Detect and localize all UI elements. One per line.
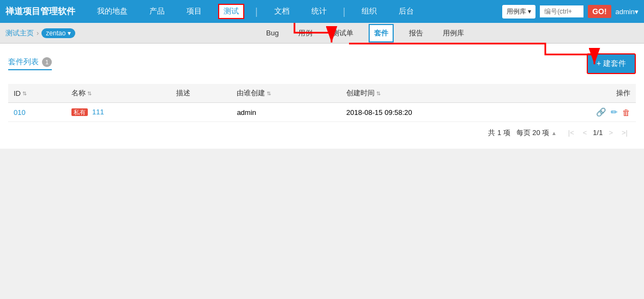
breadcrumb-tag[interactable]: zentao ▾ xyxy=(41,28,75,38)
edit-icon[interactable]: ✏ xyxy=(611,107,618,117)
dropdown-icon: ▾ xyxy=(528,8,531,15)
nav-test[interactable]: 测试 xyxy=(218,4,244,19)
page-first-btn[interactable]: |< xyxy=(565,127,577,138)
col-createtime: 创建时间 ⇅ xyxy=(341,84,526,103)
table-row: 010 私有 111 admin 2018-08-15 09:58:20 🔗 ✏… xyxy=(8,103,636,122)
nav-separator-1: | xyxy=(255,6,258,17)
nav-admin[interactable]: 后台 xyxy=(393,4,419,19)
nav-stats[interactable]: 统计 xyxy=(306,4,332,19)
sort-createtime-icon: ⇅ xyxy=(376,90,381,96)
col-name: 名称 ⇅ xyxy=(66,84,171,103)
delete-icon[interactable]: 🗑 xyxy=(622,108,630,117)
nav-separator-2: | xyxy=(343,6,346,17)
nav-product[interactable]: 产品 xyxy=(144,4,170,19)
suite-title-text: 套件列表 xyxy=(8,57,39,67)
row-id: 010 xyxy=(8,103,66,122)
sort-name-icon: ⇅ xyxy=(87,90,92,96)
breadcrumb-home[interactable]: 测试主页 xyxy=(5,28,34,38)
row-creator: admin xyxy=(231,103,341,122)
top-right-section: 用例库 ▾ GO! admin▾ xyxy=(502,5,639,19)
row-createtime: 2018-08-15 09:58:20 xyxy=(341,103,526,122)
link-icon[interactable]: 🔗 xyxy=(596,107,606,117)
page-prev-btn[interactable]: < xyxy=(580,127,590,138)
breadcrumb-tag-dropdown: ▾ xyxy=(68,29,71,37)
breadcrumb-tag-label: zentao xyxy=(46,29,65,37)
sort-id-icon: ⇅ xyxy=(22,90,27,96)
per-page-icon[interactable]: ▲ xyxy=(551,130,557,136)
code-input[interactable] xyxy=(540,5,583,17)
table-body: 010 私有 111 admin 2018-08-15 09:58:20 🔗 ✏… xyxy=(8,103,636,122)
sub-nav-items: Bug 用例 测试单 套件 报告 用例库 xyxy=(92,24,639,42)
breadcrumb-arrow: › xyxy=(37,29,39,37)
col-id: ID ⇅ xyxy=(8,84,66,103)
sub-nav-caselib[interactable]: 用例库 xyxy=(438,25,468,41)
top-navigation: 禅道项目管理软件 我的地盘 产品 项目 测试 | 文档 统计 | 组织 后台 用… xyxy=(0,0,644,23)
row-desc xyxy=(171,103,231,122)
main-content: 套件列表 1 + 建套件 ID ⇅ 名称 ⇅ 描述 xyxy=(0,44,644,149)
sub-nav-report[interactable]: 报告 xyxy=(405,25,428,41)
col-name-sortable[interactable]: 名称 ⇅ xyxy=(71,88,92,98)
pagination: 共 1 项 每页 20 项 ▲ |< < 1/1 > >| xyxy=(8,122,636,143)
sub-navigation: 测试主页 › zentao ▾ Bug 用例 测试单 套件 报告 用例库 xyxy=(0,23,644,44)
row-actions: 🔗 ✏ 🗑 xyxy=(526,103,636,122)
col-createtime-sortable[interactable]: 创建时间 ⇅ xyxy=(346,88,381,98)
use-case-button[interactable]: 用例库 ▾ xyxy=(502,5,535,19)
app-logo: 禅道项目管理软件 xyxy=(5,6,75,17)
nav-my-disk[interactable]: 我的地盘 xyxy=(92,4,133,19)
suite-title: 套件列表 1 xyxy=(8,57,52,70)
sub-nav-usecase[interactable]: 用例 xyxy=(294,25,317,41)
suite-count: 1 xyxy=(42,57,52,67)
nav-org[interactable]: 组织 xyxy=(356,4,382,19)
sort-creator-icon: ⇅ xyxy=(267,90,271,96)
create-suite-button[interactable]: + 建套件 xyxy=(587,53,636,74)
nav-doc[interactable]: 文档 xyxy=(269,4,295,19)
sub-nav-testplan[interactable]: 测试单 xyxy=(328,25,358,41)
table-header: ID ⇅ 名称 ⇅ 描述 由谁创建 ⇅ xyxy=(8,84,636,103)
col-desc: 描述 xyxy=(171,84,231,103)
total-info: 共 1 项 每页 20 项 ▲ xyxy=(488,128,557,138)
use-case-label: 用例库 xyxy=(507,7,526,16)
page-current: 1/1 xyxy=(593,129,603,137)
col-creator: 由谁创建 ⇅ xyxy=(231,84,341,103)
go-button[interactable]: GO! xyxy=(588,5,611,18)
row-name-link[interactable]: 111 xyxy=(92,108,104,116)
breadcrumb: 测试主页 › zentao ▾ xyxy=(5,28,75,38)
page-last-btn[interactable]: >| xyxy=(619,127,630,138)
suite-table: ID ⇅ 名称 ⇅ 描述 由谁创建 ⇅ xyxy=(8,84,636,122)
page-next-btn[interactable]: > xyxy=(606,127,616,138)
action-icons: 🔗 ✏ 🗑 xyxy=(532,107,630,117)
private-badge: 私有 xyxy=(71,108,88,116)
suite-header: 套件列表 1 + 建套件 xyxy=(8,49,636,78)
col-action: 操作 xyxy=(526,84,636,103)
col-id-sortable[interactable]: ID ⇅ xyxy=(14,89,27,97)
top-nav-items: 我的地盘 产品 项目 测试 | 文档 统计 | 组织 后台 xyxy=(92,4,502,19)
sub-nav-bug[interactable]: Bug xyxy=(262,26,283,40)
nav-project[interactable]: 项目 xyxy=(181,4,207,19)
col-creator-sortable[interactable]: 由谁创建 ⇅ xyxy=(237,88,271,98)
row-id-link[interactable]: 010 xyxy=(14,108,26,117)
sub-nav-suite[interactable]: 套件 xyxy=(369,24,394,42)
row-name: 私有 111 xyxy=(66,103,171,122)
admin-menu[interactable]: admin▾ xyxy=(616,8,639,16)
